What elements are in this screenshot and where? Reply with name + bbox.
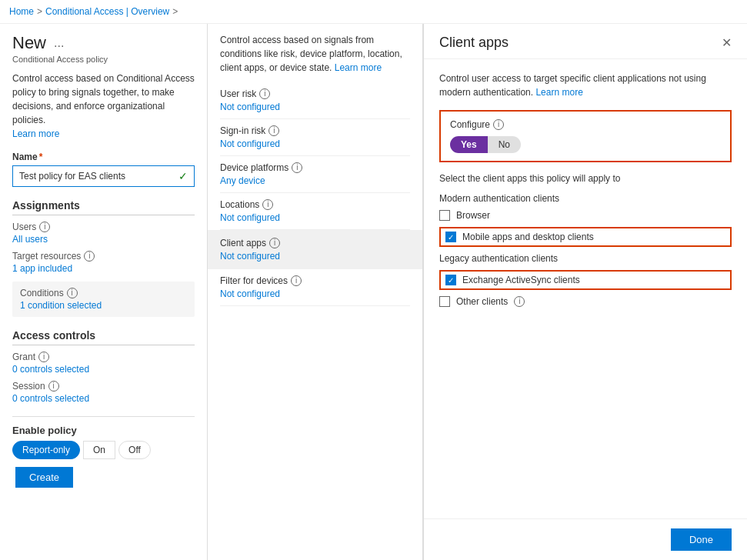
session-info-icon[interactable]: i: [48, 381, 59, 392]
breadcrumb-sep2: >: [172, 6, 178, 17]
other-label: Other clients: [456, 296, 508, 307]
condition-label-0: User riski: [220, 88, 410, 99]
mobile-label: Mobile apps and desktop clients: [462, 232, 594, 242]
middle-panel-inner: Control access based on signals from con…: [208, 24, 422, 315]
name-label: Name*: [12, 152, 195, 162]
condition-value-5[interactable]: Not configured: [220, 288, 410, 299]
policy-toggle[interactable]: Report-only On Off: [12, 441, 151, 459]
session-item: Session i 0 controls selected: [12, 381, 195, 404]
condition-item-3: LocationsiNot configured: [220, 193, 410, 230]
mobile-checkbox[interactable]: [445, 232, 456, 242]
exchange-label: Exchange ActiveSync clients: [462, 275, 580, 285]
client-apps-panel: Client apps ✕ Control user access to tar…: [423, 24, 747, 560]
condition-value-1[interactable]: Not configured: [220, 138, 410, 149]
other-info-icon[interactable]: i: [514, 296, 525, 307]
name-section: Name* Test policy for EAS clients ✓: [12, 152, 195, 187]
exchange-item-highlighted: Exchange ActiveSync clients: [439, 270, 732, 290]
right-panel-desc: Control user access to target specific c…: [439, 72, 732, 99]
conditions-info-icon[interactable]: i: [67, 288, 78, 298]
browser-checkbox[interactable]: [439, 210, 450, 221]
grant-value[interactable]: 0 controls selected: [12, 364, 195, 375]
conditions-list: User riskiNot configuredSign-in riskiNot…: [220, 82, 410, 306]
modern-auth-label: Modern authentication clients: [439, 193, 732, 204]
conditions-value[interactable]: 1 condition selected: [20, 300, 187, 311]
page-subtitle: Conditional Access policy: [12, 55, 195, 64]
right-panel-body: Control user access to target specific c…: [424, 59, 747, 518]
left-description: Control access based on Conditional Acce…: [12, 72, 195, 141]
no-btn[interactable]: No: [488, 136, 521, 153]
target-value[interactable]: 1 app included: [12, 263, 195, 274]
condition-item-0: User riskiNot configured: [220, 82, 410, 119]
users-info-icon[interactable]: i: [39, 222, 50, 232]
breadcrumb-home[interactable]: Home: [9, 6, 34, 17]
target-info-icon[interactable]: i: [84, 251, 95, 262]
condition-info-icon-2[interactable]: i: [292, 162, 302, 173]
browser-label: Browser: [456, 210, 490, 221]
page-title-row: New ...: [12, 33, 195, 53]
yes-btn[interactable]: Yes: [450, 136, 488, 153]
condition-info-icon-3[interactable]: i: [262, 199, 273, 210]
breadcrumb-conditional-access[interactable]: Conditional Access | Overview: [45, 6, 169, 17]
session-value[interactable]: 0 controls selected: [12, 393, 195, 404]
done-button[interactable]: Done: [671, 528, 732, 551]
condition-item-5: Filter for devicesiNot configured: [220, 269, 410, 306]
condition-label-4: Client appsi: [220, 238, 415, 248]
exchange-checkbox[interactable]: [445, 275, 456, 285]
configure-box: Configure i Yes No: [439, 110, 732, 162]
condition-info-icon-0[interactable]: i: [259, 88, 270, 99]
configure-label: Configure i: [450, 119, 721, 130]
right-panel-header: Client apps ✕: [424, 24, 747, 59]
breadcrumb-sep1: >: [37, 6, 42, 17]
configure-toggle[interactable]: Yes No: [450, 136, 721, 153]
condition-label-1: Sign-in riski: [220, 125, 410, 136]
access-controls-title: Access controls: [12, 329, 195, 345]
grant-item: Grant i 0 controls selected: [12, 352, 195, 375]
users-item: Users i All users: [12, 222, 195, 245]
create-button[interactable]: Create: [15, 467, 73, 488]
enable-policy-section: Enable policy Report-only On Off Create: [12, 425, 195, 488]
off-btn[interactable]: Off: [118, 441, 151, 459]
report-only-btn[interactable]: Report-only: [12, 441, 80, 459]
condition-label-3: Locationsi: [220, 199, 410, 210]
middle-learn-more-link[interactable]: Learn more: [335, 62, 382, 73]
other-checkbox[interactable]: [439, 296, 450, 307]
conditions-box: Conditions i 1 condition selected: [12, 282, 195, 317]
grant-info-icon[interactable]: i: [38, 352, 49, 362]
right-panel-footer: Done: [424, 518, 747, 560]
target-resources-item: Target resources i 1 app included: [12, 251, 195, 274]
middle-panel: Control access based on signals from con…: [208, 24, 423, 560]
users-value[interactable]: All users: [12, 234, 195, 245]
other-clients-item: Other clients i: [439, 296, 732, 307]
middle-description: Control access based on signals from con…: [220, 33, 410, 75]
name-input[interactable]: Test policy for EAS clients ✓: [12, 165, 195, 187]
legacy-auth-label: Legacy authentication clients: [439, 253, 732, 264]
condition-info-icon-1[interactable]: i: [268, 125, 279, 136]
configure-info-icon[interactable]: i: [493, 119, 504, 130]
condition-item-1: Sign-in riskiNot configured: [220, 119, 410, 156]
condition-info-icon-4[interactable]: i: [269, 238, 280, 248]
browser-item: Browser: [439, 210, 732, 221]
condition-label-5: Filter for devicesi: [220, 275, 410, 286]
condition-item-2: Device platformsiAny device: [220, 156, 410, 193]
enable-policy-label: Enable policy: [12, 425, 195, 436]
page-title: New: [12, 33, 46, 53]
condition-value-4[interactable]: Not configured: [220, 251, 415, 262]
condition-value-2[interactable]: Any device: [220, 175, 410, 186]
left-learn-more-link[interactable]: Learn more: [12, 128, 59, 139]
close-icon[interactable]: ✕: [722, 35, 732, 50]
apply-text: Select the client apps this policy will …: [439, 173, 732, 184]
condition-info-icon-5[interactable]: i: [291, 275, 302, 286]
page-title-dots: ...: [54, 36, 64, 50]
mobile-item-highlighted: Mobile apps and desktop clients: [439, 227, 732, 247]
client-apps-learn-more[interactable]: Learn more: [535, 87, 582, 98]
condition-value-0[interactable]: Not configured: [220, 102, 410, 112]
on-btn[interactable]: On: [83, 441, 115, 459]
check-icon: ✓: [178, 170, 188, 182]
condition-value-3[interactable]: Not configured: [220, 212, 410, 223]
assignments-title: Assignments: [12, 199, 195, 215]
condition-label-2: Device platformsi: [220, 162, 410, 173]
right-panel-title: Client apps: [439, 35, 509, 51]
condition-item-4: Client appsiNot configured: [208, 230, 422, 269]
enable-policy-controls: Report-only On Off: [12, 441, 195, 459]
left-panel: New ... Conditional Access policy Contro…: [0, 24, 208, 560]
